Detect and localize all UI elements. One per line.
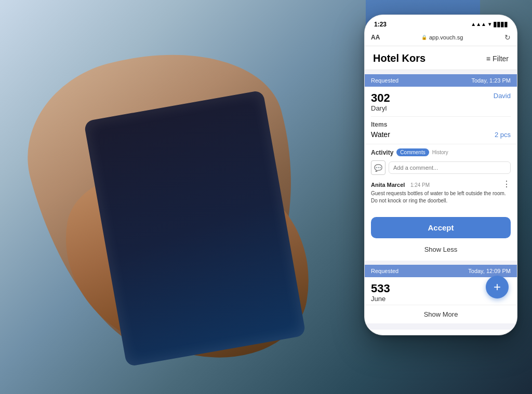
accept-section: Accept Show Less <box>365 212 517 261</box>
room-number-1: 302 <box>371 92 390 104</box>
room-info-1: 302 Daryl <box>371 92 390 112</box>
filter-label: Filter <box>493 55 509 63</box>
battery-icon: ▮▮▮▮ <box>493 20 508 28</box>
guest-name-1: Daryl <box>371 104 390 112</box>
comment-meta-1: Anita Marcel 1:24 PM ⋮ <box>371 179 511 189</box>
card-header-1: Requested Today, 1:23 PM <box>365 74 517 87</box>
tab-comments[interactable]: Comments <box>396 148 429 156</box>
activity-label: Activity <box>371 149 393 156</box>
refresh-icon[interactable]: ↻ <box>504 33 511 42</box>
tab-history[interactable]: History <box>432 150 448 155</box>
guest-name-2: June <box>371 295 511 303</box>
status-bar: 1:23 ▲▲▲ ▾ ▮▮▮▮ <box>365 15 517 31</box>
card-body-1: 302 Daryl David Items Water 2 pcs <box>365 87 517 144</box>
filter-button[interactable]: ≡ Filter <box>486 55 509 63</box>
hand-silhouette-2 <box>48 151 325 373</box>
request-card-1: Requested Today, 1:23 PM 302 Daryl David… <box>365 74 517 261</box>
comment-icon: 💬 <box>371 160 385 175</box>
card-status-2: Requested <box>371 268 398 274</box>
activity-header: Activity Comments History <box>371 148 511 156</box>
card-status-1: Requested <box>371 77 398 84</box>
room-row-1: 302 Daryl David <box>371 92 511 112</box>
items-label-1: Items <box>371 121 511 128</box>
app-title: Hotel Kors <box>373 52 425 64</box>
comment-text-1: Guest requests bottles of water to be le… <box>371 190 511 205</box>
url-text: app.vouch.sg <box>429 34 463 40</box>
item-row-1: Water 2 pcs <box>371 130 511 139</box>
comment-input[interactable] <box>389 161 511 174</box>
assignee-button-1[interactable]: David <box>494 92 511 100</box>
comment-entry-1: Anita Marcel 1:24 PM ⋮ Guest requests bo… <box>371 179 511 205</box>
comment-author-area: Anita Marcel 1:24 PM <box>371 180 430 189</box>
comment-input-row: 💬 <box>371 160 511 175</box>
item-qty-1: 2 pcs <box>495 131 511 139</box>
show-less-button[interactable]: Show Less <box>371 241 511 257</box>
item-name-1: Water <box>371 130 390 139</box>
comment-more-icon[interactable]: ⋮ <box>502 179 511 189</box>
signal-icon: ▲▲▲ <box>471 21 486 27</box>
lock-icon: 🔒 <box>421 35 427 40</box>
card-time-1: Today, 1:23 PM <box>471 77 511 84</box>
divider-1 <box>371 116 511 117</box>
browser-url-area[interactable]: 🔒 app.vouch.sg <box>421 34 463 40</box>
comment-author-1: Anita Marcel <box>371 182 405 188</box>
wifi-icon: ▾ <box>488 21 491 27</box>
app-header: Hotel Kors ≡ Filter <box>365 46 517 70</box>
accept-button[interactable]: Accept <box>371 217 511 238</box>
activity-section: Activity Comments History 💬 Anita Marcel… <box>365 144 517 212</box>
browser-bar: AA 🔒 app.vouch.sg ↻ <box>365 31 517 46</box>
filter-icon: ≡ <box>486 55 490 63</box>
status-time: 1:23 <box>374 21 387 28</box>
card-time-2: Today, 12:09 PM <box>468 268 511 274</box>
show-more-button[interactable]: Show More <box>365 305 517 323</box>
fab-button[interactable]: + <box>486 276 509 298</box>
phone-frame: 1:23 ▲▲▲ ▾ ▮▮▮▮ AA 🔒 app.vouch.sg ↻ Hote… <box>364 15 517 335</box>
browser-aa[interactable]: AA <box>371 34 380 41</box>
comment-time-1: 1:24 PM <box>410 182 430 188</box>
status-icons: ▲▲▲ ▾ ▮▮▮▮ <box>471 20 508 28</box>
